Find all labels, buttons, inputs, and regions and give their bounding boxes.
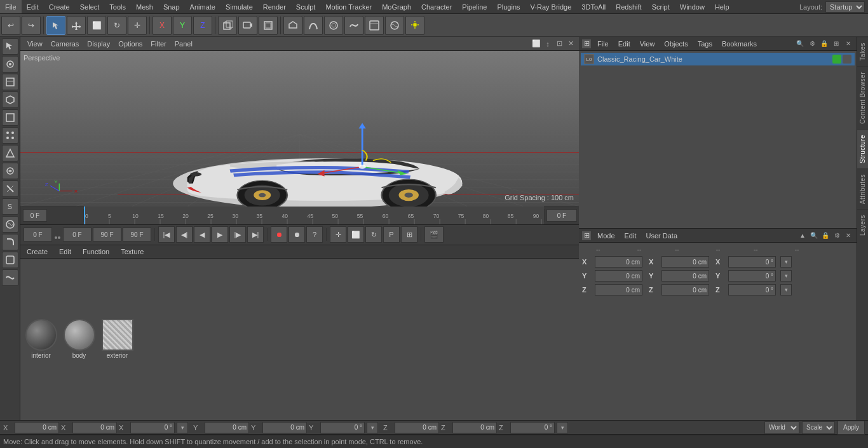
menu-edit[interactable]: Edit bbox=[22, 0, 44, 13]
obj-menu-edit[interactable]: Edit bbox=[615, 40, 634, 48]
vp-menu-filter[interactable]: Filter bbox=[147, 40, 170, 48]
apply-button[interactable]: Apply bbox=[837, 421, 865, 435]
menu-sculpt[interactable]: Sculpt bbox=[291, 0, 321, 13]
obj-menu-tags[interactable]: Tags bbox=[695, 40, 715, 48]
attr-lock-icon[interactable]: 🔒 bbox=[820, 231, 831, 241]
grab-tool[interactable] bbox=[2, 252, 18, 268]
attr-x-pos[interactable] bbox=[595, 256, 642, 268]
coord-y-stepper[interactable]: ▾ bbox=[367, 422, 378, 433]
coord-x-scale-input[interactable] bbox=[130, 422, 175, 433]
nurbs-button[interactable] bbox=[324, 16, 343, 35]
tab-attributes[interactable]: Attributes bbox=[857, 168, 868, 209]
frame-button[interactable] bbox=[259, 16, 278, 35]
vp-menu-panel[interactable]: Panel bbox=[171, 40, 196, 48]
object-row-car[interactable]: L0 Classic_Racing_Car_White bbox=[581, 53, 855, 65]
obj-menu-objects[interactable]: Objects bbox=[661, 40, 691, 48]
mat-texture[interactable]: Texture bbox=[118, 248, 147, 255]
attr-arrow-icon[interactable]: ▲ bbox=[797, 231, 808, 241]
coord-x-stepper[interactable]: ▾ bbox=[177, 422, 188, 433]
undo-button[interactable]: ↩ bbox=[1, 16, 20, 35]
vp-icon-3[interactable]: ⊡ bbox=[554, 39, 564, 49]
playback-end-input[interactable] bbox=[93, 227, 121, 241]
world-dropdown[interactable]: World Object bbox=[764, 421, 799, 434]
menu-script[interactable]: Script bbox=[647, 0, 675, 13]
attr-edit[interactable]: Edit bbox=[621, 232, 640, 240]
obj-close-icon[interactable]: ✕ bbox=[843, 39, 853, 49]
attr-y-scale[interactable] bbox=[728, 270, 776, 282]
scale-dropdown[interactable]: Scale bbox=[802, 421, 835, 434]
attr-y-pos[interactable] bbox=[595, 270, 642, 282]
attr-z-scale[interactable] bbox=[728, 284, 776, 295]
obj-menu-file[interactable]: File bbox=[594, 40, 612, 48]
attr-user-data[interactable]: User Data bbox=[643, 232, 681, 240]
scale-mode-button[interactable]: ⬜ bbox=[348, 226, 364, 243]
attr-mode[interactable]: Mode bbox=[594, 232, 618, 240]
mat-edit[interactable]: Edit bbox=[56, 248, 74, 255]
coord-y-rot-input[interactable] bbox=[262, 422, 307, 433]
layout-dropdown[interactable]: Startup bbox=[825, 1, 865, 13]
menu-vray-bridge[interactable]: V-Ray Bridge bbox=[526, 0, 577, 13]
vp-icon-2[interactable]: ↕ bbox=[543, 39, 553, 49]
vp-menu-cameras[interactable]: Cameras bbox=[47, 40, 83, 48]
auto-keyframe-button[interactable]: ⏺ bbox=[288, 226, 305, 243]
render-view-button[interactable]: 🎬 bbox=[424, 226, 444, 243]
frame-start-input[interactable] bbox=[24, 227, 52, 241]
current-frame-field[interactable] bbox=[546, 209, 577, 222]
menu-create[interactable]: Create bbox=[44, 0, 75, 13]
menu-snap[interactable]: Snap bbox=[158, 0, 185, 13]
deformer-button[interactable] bbox=[344, 16, 363, 35]
tab-content-browser[interactable]: Content Browser bbox=[857, 66, 868, 129]
move-tool-button[interactable] bbox=[67, 16, 86, 35]
rotate-tool-button[interactable]: ↻ bbox=[107, 16, 126, 35]
step-back-button[interactable]: ◀| bbox=[176, 226, 193, 243]
menu-mesh[interactable]: Mesh bbox=[131, 0, 158, 13]
step-fwd-button[interactable]: |▶ bbox=[229, 226, 246, 243]
environment-button[interactable] bbox=[385, 16, 404, 35]
rotate-mode-button[interactable]: ↻ bbox=[365, 226, 382, 243]
move-mode-button[interactable]: ✛ bbox=[330, 226, 346, 243]
obj-expand-icon[interactable]: ⊞ bbox=[831, 39, 841, 49]
help-button[interactable]: ? bbox=[306, 226, 323, 243]
menu-render[interactable]: Render bbox=[258, 0, 291, 13]
menu-pipeline[interactable]: Pipeline bbox=[457, 0, 492, 13]
coord-z-pos-input[interactable] bbox=[395, 422, 439, 433]
attr-y-rot[interactable] bbox=[661, 270, 709, 282]
smooth-tool[interactable] bbox=[2, 269, 18, 286]
knife-tool[interactable] bbox=[2, 180, 18, 197]
obj-search-icon[interactable]: 🔍 bbox=[795, 39, 805, 49]
object-visible-icon[interactable] bbox=[832, 55, 841, 64]
start-frame-field[interactable] bbox=[23, 209, 47, 222]
coord-x-rot-input[interactable] bbox=[72, 422, 117, 433]
attr-y-arrow[interactable]: ▾ bbox=[780, 270, 792, 282]
tab-layers[interactable]: Layers bbox=[857, 209, 868, 241]
scene-button[interactable] bbox=[365, 16, 384, 35]
vp-icon-close[interactable]: ✕ bbox=[566, 39, 576, 49]
play-button[interactable]: ▶ bbox=[212, 226, 228, 243]
polygon-mode[interactable] bbox=[2, 74, 18, 90]
attr-x-arrow[interactable]: ▾ bbox=[780, 256, 792, 268]
model-tool[interactable] bbox=[2, 38, 18, 55]
menu-3dtoall[interactable]: 3DToAll bbox=[576, 0, 611, 13]
coord-z-stepper[interactable]: ▾ bbox=[557, 422, 568, 433]
object-render-icon[interactable] bbox=[843, 55, 851, 64]
menu-tools[interactable]: Tools bbox=[104, 0, 131, 13]
scale-tool-button[interactable]: ⬜ bbox=[87, 16, 106, 35]
magnet-tool[interactable]: S bbox=[2, 198, 18, 215]
select-tool-button[interactable] bbox=[46, 16, 65, 35]
menu-redshift[interactable]: Redshift bbox=[611, 0, 646, 13]
coord-z-rot-input[interactable] bbox=[452, 422, 497, 433]
obj-menu-bookmarks[interactable]: Bookmarks bbox=[719, 40, 760, 48]
vp-menu-options[interactable]: Options bbox=[114, 40, 146, 48]
obj-lock-icon[interactable]: 🔒 bbox=[819, 39, 829, 49]
z-axis-button[interactable]: Z bbox=[193, 16, 212, 35]
object-mode[interactable] bbox=[2, 92, 18, 108]
edge-mode[interactable] bbox=[2, 109, 18, 126]
coord-y-scale-input[interactable] bbox=[320, 422, 365, 433]
coord-z-scale-input[interactable] bbox=[510, 422, 555, 433]
pose-button[interactable]: P bbox=[383, 226, 400, 243]
transform-tool-button[interactable]: ✛ bbox=[128, 16, 147, 35]
mat-function[interactable]: Function bbox=[79, 248, 112, 255]
record-button[interactable]: ⏺ bbox=[271, 226, 287, 243]
bend-tool[interactable] bbox=[2, 234, 18, 250]
spline-button[interactable] bbox=[304, 16, 323, 35]
